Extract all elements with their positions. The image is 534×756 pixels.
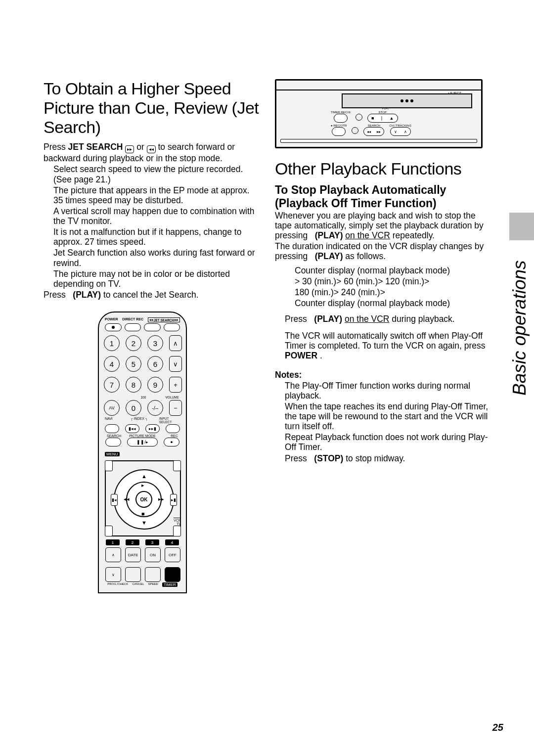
spare-1-button[interactable] xyxy=(125,567,141,582)
bullet-change-speed: It is not a malfunction but if it happen… xyxy=(53,227,261,247)
bullet-speed-select: Select search speed to view the picture … xyxy=(53,164,261,184)
preset-3-indicator: 3 xyxy=(145,539,159,545)
text: during playback. xyxy=(389,314,454,324)
text: . xyxy=(317,351,322,360)
ok-button[interactable]: OK xyxy=(135,491,152,508)
vcr-front-panel-illustration: ▲EJECT TIMER REC/⊘ x STOP■|▲PLAY ● REC/O… xyxy=(275,79,483,148)
text: Press xyxy=(44,142,68,152)
search-rocker[interactable]: ◂◂▸▸ xyxy=(363,127,384,136)
rec-otr-button[interactable] xyxy=(332,127,346,136)
note-tape-end: When the tape reaches its end during Pla… xyxy=(285,401,492,431)
dash-button[interactable]: -/-- xyxy=(147,400,163,416)
digit-3-button[interactable]: 3 xyxy=(147,335,163,351)
bold: (PLAY) xyxy=(315,230,343,240)
volume-label: VOLUME xyxy=(166,396,179,399)
bullet-ep-disturbed: The picture that appears in the EP mode … xyxy=(53,185,261,205)
menu-label: MENU xyxy=(105,452,120,456)
date-button[interactable]: DATE xyxy=(125,547,141,562)
side-tab-label: Basic operations xyxy=(507,213,532,396)
digit-5-button[interactable]: 5 xyxy=(126,356,141,372)
preset-2-indicator: 2 xyxy=(126,539,139,545)
input-select-button[interactable] xyxy=(166,424,180,433)
rec-button[interactable]: ● xyxy=(164,438,179,446)
section-heading-other-playback: Other Playback Functions xyxy=(275,159,492,178)
corner-tr-button[interactable] xyxy=(173,460,181,471)
timer-rec-button[interactable] xyxy=(334,114,348,123)
channel-down-button[interactable]: ∨ xyxy=(169,356,182,372)
playoff-press-play: Press (PLAY) on the VCR during playback. xyxy=(285,314,492,324)
underline-text: on the VCR xyxy=(345,230,390,240)
bullet-vertical-scroll: A vertical scroll may happen due to comb… xyxy=(53,206,261,226)
digit-2-button[interactable]: 2 xyxy=(126,335,141,351)
skip-fwd-button[interactable]: ▸▮ xyxy=(170,494,177,506)
digit-1-button[interactable]: 1 xyxy=(104,335,120,351)
menu-button[interactable] xyxy=(105,460,113,471)
playoff-duration-change: The duration indicated on the VCR displa… xyxy=(275,241,492,261)
jet-search-ff-button[interactable] xyxy=(164,323,180,331)
av-button[interactable]: AV xyxy=(104,400,120,416)
power-button[interactable] xyxy=(105,323,122,331)
text: repeatedly. xyxy=(390,230,435,240)
input-select-label: INPUT SELECT xyxy=(159,417,180,424)
text: or xyxy=(134,142,146,152)
sequence-line-4: Counter display (normal playback mode) xyxy=(295,298,492,308)
note-normal-playback: The Play-Off Timer function works during… xyxy=(285,381,492,400)
down-button[interactable]: ∨ xyxy=(105,567,121,582)
jet-search-instruction: Press JET SEARCH ▸▸ or ◂◂ to search forw… xyxy=(44,142,261,163)
picture-mode-button[interactable]: ❚❚/▸ xyxy=(127,438,158,446)
navi-button[interactable] xyxy=(105,424,119,433)
direct-rec-label: DIRECT REC xyxy=(122,317,143,322)
spare-2-button[interactable] xyxy=(145,567,161,582)
ch-rocker[interactable]: ∨∧ xyxy=(390,127,411,136)
body-text-right: Whenever you are playing back and wish t… xyxy=(275,211,492,463)
text: Press xyxy=(285,453,310,463)
up-arrow-icon: ▲ xyxy=(141,473,147,479)
left-column: To Obtain a Higher Speed Picture than Cu… xyxy=(44,79,261,613)
direct-rec-button[interactable] xyxy=(125,323,141,331)
speed-label: SPEED xyxy=(148,582,158,587)
text: as follows. xyxy=(343,251,386,261)
bullet-during-ffrw: Jet Search function also works during fa… xyxy=(53,248,261,267)
volume-down-button[interactable]: − xyxy=(169,400,182,416)
body-text: Press JET SEARCH ▸▸ or ◂◂ to search forw… xyxy=(44,142,261,300)
indicator-1 xyxy=(356,114,362,121)
digit-6-button[interactable]: 6 xyxy=(147,356,163,372)
digit-0-button[interactable]: 0 xyxy=(126,400,141,416)
right-column: ▲EJECT TIMER REC/⊘ x STOP■|▲PLAY ● REC/O… xyxy=(275,79,492,613)
up-button[interactable]: ∧ xyxy=(105,547,121,562)
digit-8-button[interactable]: 8 xyxy=(126,377,141,393)
index-prev-button[interactable]: ▮◂◂ xyxy=(125,424,139,433)
rec-label: REC xyxy=(163,434,178,438)
channel-up-button[interactable]: ∧ xyxy=(169,335,182,351)
spare-3-button[interactable] xyxy=(165,567,180,582)
subheading-playback-off-timer: To Stop Playback Automatically (Playback… xyxy=(275,183,492,210)
index-label: ┌ INDEX ┐ xyxy=(125,417,153,424)
digit-7-button[interactable]: 7 xyxy=(104,377,120,393)
text: to stop midway. xyxy=(343,453,405,463)
cancel-instruction: Press (PLAY) to cancel the Jet Search. xyxy=(44,290,261,300)
corner-bl-button[interactable] xyxy=(105,526,113,536)
sequence-line-3: 180 (min.)> 240 (min.)> xyxy=(295,287,492,297)
on-button[interactable]: ON xyxy=(145,547,161,562)
note-repeat: Repeat Playback function does not work d… xyxy=(285,432,492,452)
timer-label: TIMER xyxy=(162,582,178,587)
jet-search-label: ◂◂JET SEARCH▸▸ xyxy=(148,317,180,322)
digit-4-button[interactable]: 4 xyxy=(104,356,120,372)
index-next-button[interactable]: ▸▸▮ xyxy=(145,424,160,433)
corner-br-button[interactable] xyxy=(173,526,181,536)
text: The VCR will automatically switch off wh… xyxy=(285,331,486,351)
volume-up-button[interactable]: + xyxy=(169,377,182,393)
vcr-tv-label: VCRTV xyxy=(174,518,181,526)
play-label: PLAY xyxy=(382,107,390,110)
jet-search-rew-button[interactable] xyxy=(144,323,161,331)
bullet-color-distort: The picture may not be in color or be di… xyxy=(53,269,261,289)
bold: (PLAY) xyxy=(73,290,101,300)
indicator-2 xyxy=(352,127,358,134)
search-button[interactable] xyxy=(105,438,121,446)
bold: POWER xyxy=(285,351,317,360)
off-button[interactable]: OFF xyxy=(165,547,180,562)
search-label: SEARCH xyxy=(107,434,122,438)
digit-9-button[interactable]: 9 xyxy=(147,377,163,393)
skip-back-button[interactable]: ▮◂ xyxy=(111,494,118,506)
stop-play-button[interactable]: ■|▲ xyxy=(367,114,398,123)
